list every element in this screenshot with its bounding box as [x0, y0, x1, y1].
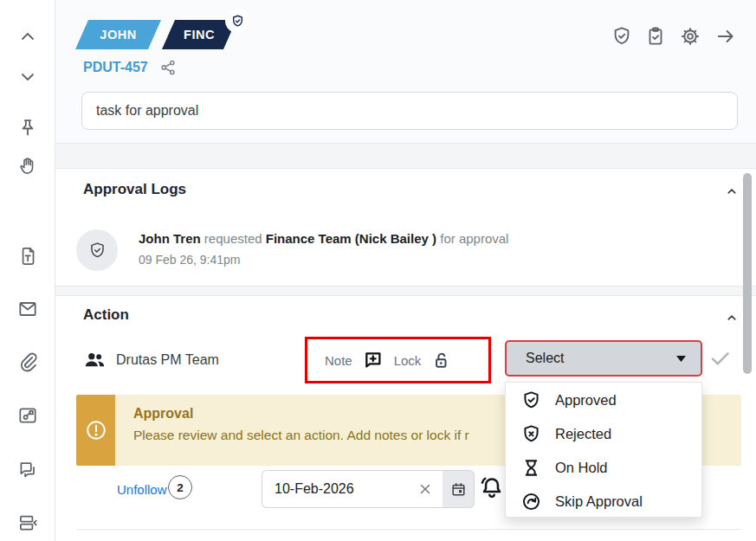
checklist-icon[interactable]: [644, 25, 667, 48]
scrollbar-thumb[interactable]: [743, 173, 752, 374]
annotation-highlight-box: Note Lock: [305, 337, 491, 383]
log-avatar: [76, 229, 118, 271]
team-name: Drutas PM Team: [116, 352, 219, 368]
panel-collapse-icon[interactable]: [15, 510, 41, 536]
mail-icon[interactable]: [15, 296, 41, 322]
option-skip-approval-label: Skip Approval: [555, 493, 643, 510]
option-approved[interactable]: Approved: [506, 383, 701, 417]
share-icon[interactable]: [158, 57, 179, 78]
lock-open-icon[interactable]: [430, 350, 452, 371]
log-actor: John Tren: [139, 231, 201, 246]
tag-john-label: JOHN: [100, 28, 136, 42]
option-on-hold[interactable]: On Hold: [506, 451, 701, 485]
calendar-icon[interactable]: [443, 470, 475, 508]
scroll-down-icon[interactable]: [15, 64, 41, 90]
collapse-logs-icon[interactable]: [724, 184, 741, 201]
action-dropdown-menu: Approved Rejected On Hold Skip Approval: [505, 382, 702, 518]
action-select-value: Select: [526, 351, 676, 366]
task-title-input[interactable]: [81, 92, 738, 130]
scroll-up-icon[interactable]: [15, 23, 41, 49]
follower-count-badge[interactable]: 2: [168, 475, 192, 499]
due-date-group: 10-Feb-2026: [262, 470, 475, 508]
approval-badge-icon: [225, 9, 249, 33]
collapse-action-icon[interactable]: [724, 310, 741, 327]
section-divider: [76, 529, 741, 530]
log-target: Finance Team (Nick Bailey ): [266, 231, 436, 246]
pin-icon[interactable]: [15, 115, 41, 141]
note-label[interactable]: Note: [325, 353, 352, 368]
shield-check-icon: [520, 390, 542, 411]
team-group-icon: [81, 348, 108, 372]
task-header: JOHN FINC PDUT-457: [55, 0, 756, 144]
option-rejected-label: Rejected: [555, 426, 611, 442]
add-note-icon[interactable]: [362, 349, 384, 371]
option-on-hold-label: On Hold: [555, 460, 608, 476]
action-title: Action: [83, 306, 129, 324]
task-detail-pane: JOHN FINC PDUT-457 Approval Logs: [55, 0, 756, 541]
due-date-value: 10-Feb-2026: [275, 481, 417, 497]
clear-date-icon[interactable]: [417, 480, 434, 498]
option-rejected[interactable]: Rejected: [506, 417, 701, 451]
approval-logs-section: Approval Logs John Tren requested Financ…: [55, 168, 756, 287]
media-icon[interactable]: [15, 403, 41, 428]
hand-icon[interactable]: [15, 153, 41, 179]
hourglass-icon: [520, 457, 542, 479]
reminder-bell-icon[interactable]: [478, 473, 506, 502]
expand-arrow-icon[interactable]: [714, 25, 737, 48]
option-approved-label: Approved: [555, 392, 617, 409]
settings-gear-icon[interactable]: [679, 25, 701, 48]
confirm-check-icon[interactable]: [708, 346, 732, 370]
attachment-icon[interactable]: [15, 349, 41, 375]
action-select[interactable]: Select: [505, 340, 702, 377]
approval-logs-title: Approval Logs: [83, 181, 186, 198]
lock-label[interactable]: Lock: [394, 353, 422, 368]
skip-arrow-icon: [520, 491, 542, 512]
alert-exclamation-icon: [76, 395, 115, 466]
task-id-link[interactable]: PDUT-457: [83, 60, 148, 75]
tag-finc-label: FINC: [184, 28, 215, 42]
log-verb: requested: [204, 231, 262, 246]
option-skip-approval[interactable]: Skip Approval: [506, 485, 701, 518]
left-toolbar: [0, 0, 55, 541]
comments-icon[interactable]: [15, 457, 41, 483]
unfollow-link[interactable]: Unfollow: [117, 482, 167, 497]
approvals-icon[interactable]: [611, 25, 633, 48]
select-caret-icon: [676, 356, 686, 362]
log-timestamp: 09 Feb 26, 9:41pm: [139, 253, 241, 267]
tag-john[interactable]: JOHN: [75, 20, 161, 49]
shield-x-icon: [520, 423, 542, 445]
text-file-icon[interactable]: [15, 243, 41, 269]
log-suffix: for approval: [440, 231, 508, 246]
due-date-input[interactable]: 10-Feb-2026: [262, 470, 443, 508]
log-entry-text: John Tren requested Finance Team (Nick B…: [139, 231, 710, 246]
